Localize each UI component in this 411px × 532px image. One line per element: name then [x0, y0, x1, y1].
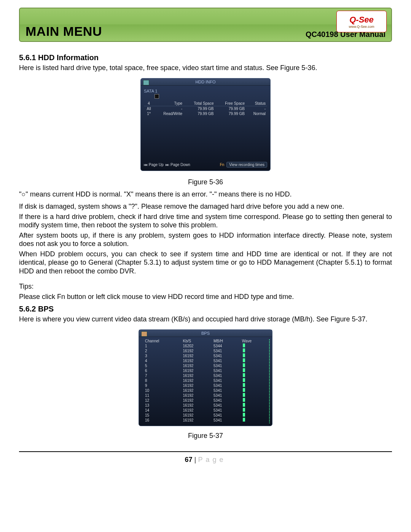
- table-row: 10161925341: [143, 388, 268, 393]
- brand-logo: Q-See www.Q-See.com: [336, 11, 387, 32]
- hdd-para-damaged: If disk is damaged, system shows a "?". …: [19, 202, 392, 211]
- tips-label: Tips:: [19, 282, 392, 291]
- hdd-col-total: Total Space: [184, 101, 215, 106]
- table-row: 9161925341: [143, 383, 268, 388]
- wave-bar-icon: [243, 358, 245, 362]
- wave-bar-icon: [243, 353, 245, 357]
- sata-status-dot: [155, 94, 159, 99]
- page-title: MAIN MENU: [25, 24, 102, 39]
- wave-bar-icon: [243, 348, 245, 352]
- table-row: 2161925341: [143, 348, 268, 353]
- hdd-legend: "○" means current HDD is normal. "X" mea…: [19, 190, 392, 199]
- table-row: 15161925341: [143, 413, 268, 418]
- bps-table: Channel Kb/S MB/H Wave 11620253442161925…: [143, 339, 268, 423]
- table-row: 3161925341: [143, 353, 268, 358]
- wave-bar-icon: [243, 393, 245, 397]
- header-banner: Q-See www.Q-See.com MAIN MENU QC40198 Us…: [19, 8, 392, 42]
- logo-text: Q-See: [349, 15, 374, 25]
- hdd-panel-title: HDD INFO: [141, 78, 270, 86]
- bps-col-kbs: Kb/S: [181, 339, 211, 343]
- sata-label: SATA 1: [144, 88, 267, 94]
- wave-bar-icon: [243, 373, 245, 377]
- view-recording-times-button[interactable]: View recording times: [226, 162, 267, 168]
- bps-col-mbh: MB/H: [211, 339, 240, 343]
- hdd-para-boot: After system boots up, if there is any p…: [19, 231, 392, 248]
- table-row: 7161925341: [143, 373, 268, 378]
- logo-url: www.Q-See.com: [349, 25, 374, 29]
- bps-screenshot: BPS Channel Kb/S MB/H Wave 1162025344216…: [139, 329, 272, 426]
- hdd-info-screenshot: HDD INFO SATA 1 4 Type Total Space Free …: [140, 78, 271, 171]
- tips-body: Please click Fn button or left click mou…: [19, 292, 392, 301]
- section-heading-hdd: 5.6.1 HDD Information: [19, 53, 392, 62]
- hdd-para-problem: If there is a hard drive problem, check …: [19, 212, 392, 230]
- wave-bar-icon: [243, 418, 245, 422]
- section-heading-bps: 5.6.2 BPS: [19, 305, 392, 313]
- bps-col-channel: Channel: [143, 339, 181, 343]
- wave-bar-icon: [243, 383, 245, 387]
- hdd-table: 4 Type Total Space Free Space Status All…: [144, 101, 267, 116]
- bps-intro: Here is where you view current video dat…: [19, 315, 392, 324]
- hdd-col-type: Type: [154, 101, 184, 106]
- hdd-col-free: Free Space: [215, 101, 246, 106]
- hdd-para-identical: When HDD problem occurs, you can check t…: [19, 250, 392, 276]
- footer-separator: [19, 451, 392, 452]
- wave-bar-icon: [243, 368, 245, 372]
- drive-icon: [143, 80, 149, 85]
- hdd-col-index: 4: [144, 101, 154, 106]
- bps-col-wave: Wave: [240, 339, 268, 343]
- table-row: 13161925341: [143, 403, 268, 408]
- wave-bar-icon: [243, 408, 245, 412]
- page-down-button[interactable]: ⏭ Page Down: [166, 163, 190, 167]
- table-row: All - 79.99 GB 79.99 GB -: [144, 106, 267, 111]
- table-row: 16161925341: [143, 418, 268, 423]
- table-row: 11161925341: [143, 393, 268, 398]
- wave-bar-icon: [243, 388, 245, 392]
- wave-bar-icon: [243, 403, 245, 407]
- fn-label: Fn: [220, 163, 225, 167]
- footer-bar: |: [192, 456, 198, 463]
- bps-icon: [141, 331, 147, 337]
- table-row: 14161925341: [143, 408, 268, 413]
- table-row: 6161925341: [143, 368, 268, 373]
- wave-bar-icon: [243, 363, 245, 367]
- wave-bar-icon: [243, 413, 245, 417]
- hdd-col-status: Status: [246, 101, 267, 106]
- wave-indicator-strip: [269, 339, 270, 423]
- figure-caption-37: Figure 5-37: [19, 432, 392, 440]
- table-row: 1162025344: [143, 343, 268, 348]
- wave-bar-icon: [243, 378, 245, 382]
- footer-page-word: Page: [198, 456, 226, 463]
- wave-bar-icon: [243, 343, 245, 347]
- table-row: 1* Read/Write 79.99 GB 79.99 GB Normal: [144, 111, 267, 116]
- page-footer: 67 | Page: [19, 456, 392, 464]
- table-row: 4161925341: [143, 358, 268, 363]
- page-up-button[interactable]: ⏮ Page Up: [144, 163, 164, 167]
- wave-bar-icon: [243, 398, 245, 402]
- table-row: 8161925341: [143, 378, 268, 383]
- page-number: 67: [185, 456, 192, 463]
- table-row: 12161925341: [143, 398, 268, 403]
- table-row: 5161925341: [143, 363, 268, 368]
- hdd-intro: Here is listed hard drive type, total sp…: [19, 64, 392, 72]
- figure-caption-36: Figure 5-36: [19, 178, 392, 186]
- bps-panel-title: BPS: [139, 330, 272, 337]
